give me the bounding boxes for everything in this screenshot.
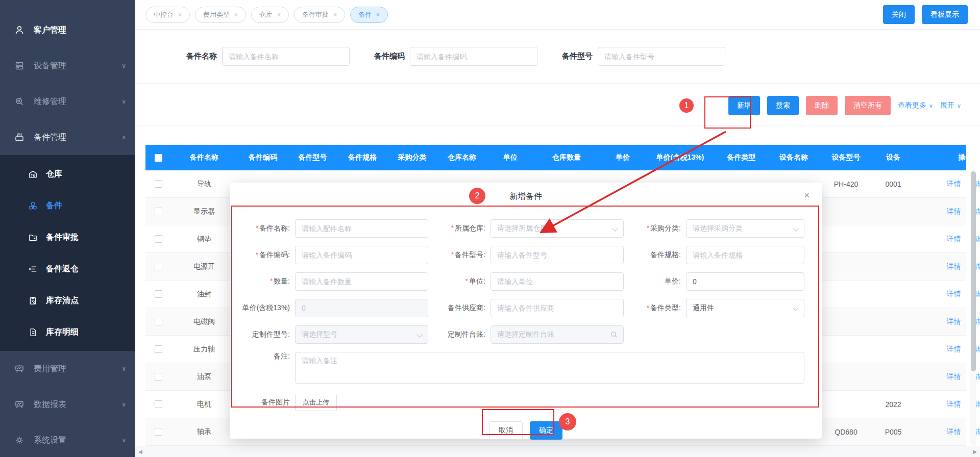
price-input[interactable] bbox=[686, 272, 804, 291]
field-label: 定制件台账: bbox=[435, 330, 491, 339]
close-page-button[interactable]: 关闭 bbox=[883, 5, 915, 24]
view-more-link[interactable]: 查看更多 ∨ bbox=[898, 101, 933, 110]
tab-expense-type[interactable]: 费用类型 × bbox=[195, 7, 246, 23]
sidebar-item-parts-return[interactable]: 备件返仓 bbox=[0, 253, 135, 285]
tab-parts-approval[interactable]: 备件审批 × bbox=[294, 7, 345, 23]
detail-link[interactable]: 详情 bbox=[947, 345, 961, 354]
part-code-input[interactable] bbox=[295, 246, 428, 264]
col-device-name: 设备名称 bbox=[768, 145, 819, 170]
detail-link[interactable]: 详情 bbox=[947, 427, 961, 437]
sidebar-item-parts-approval[interactable]: 备件审批 bbox=[0, 221, 135, 253]
col-part-code: 备件编码 bbox=[237, 145, 288, 170]
sidebar-item-expense[interactable]: 费用管理 ∨ bbox=[0, 351, 135, 387]
dialog-title: 新增备件 bbox=[230, 183, 822, 202]
part-model-input[interactable] bbox=[491, 246, 624, 264]
sidebar-item-bi[interactable]: 智能BI bbox=[0, 0, 135, 12]
col-price: 单价 bbox=[600, 145, 646, 170]
sidebar-item-settings[interactable]: 系统设置 ∨ bbox=[0, 422, 135, 457]
search-button[interactable]: 搜索 bbox=[767, 96, 799, 115]
detail-link[interactable]: 详情 bbox=[947, 317, 961, 326]
table-header: 备件名称 备件编码 备件型号 备件规格 采购分类 仓库名称 单位 仓库数量 单价… bbox=[145, 145, 966, 170]
part-type-select[interactable]: 通用件 bbox=[686, 299, 804, 317]
scroll-left-arrow[interactable]: ◀ bbox=[138, 449, 142, 454]
col-price-tax: 单价(含税13%) bbox=[646, 145, 715, 170]
detail-link[interactable]: 详情 bbox=[947, 180, 961, 189]
add-button[interactable]: 新增 bbox=[728, 96, 760, 115]
part-name-input[interactable] bbox=[295, 219, 428, 238]
field-label: *采购分类: bbox=[631, 224, 686, 233]
row-checkbox[interactable] bbox=[155, 400, 162, 408]
tab-parts[interactable]: 备件 × bbox=[350, 7, 388, 23]
close-icon[interactable]: × bbox=[178, 11, 182, 18]
sidebar-item-customers[interactable]: 客户管理 bbox=[0, 12, 135, 48]
row-checkbox[interactable] bbox=[155, 318, 162, 325]
quantity-input[interactable] bbox=[295, 272, 428, 291]
delete-button[interactable]: 删除 bbox=[806, 96, 838, 115]
detail-link[interactable]: 详情 bbox=[947, 400, 961, 409]
supplier-input[interactable] bbox=[491, 299, 624, 317]
sidebar-item-label: 仓库 bbox=[46, 169, 62, 180]
board-display-button[interactable]: 看板展示 bbox=[922, 5, 968, 24]
field-label: 备件供应商: bbox=[435, 303, 491, 313]
row-checkbox[interactable] bbox=[155, 235, 162, 243]
detail-link[interactable]: 详情 bbox=[947, 372, 961, 382]
confirm-button[interactable]: 确定 bbox=[530, 421, 562, 440]
purchase-type-select[interactable]: 请选择采购分类 bbox=[686, 219, 804, 238]
close-icon[interactable]: × bbox=[234, 11, 238, 18]
select-all-checkbox[interactable] bbox=[155, 154, 162, 162]
row-checkbox[interactable] bbox=[155, 180, 162, 188]
close-icon[interactable]: × bbox=[804, 190, 810, 201]
close-icon[interactable]: × bbox=[277, 11, 281, 18]
tab-bar: 中控台 × 费用类型 × 仓库 × 备件审批 × 备件 × 关闭 看板展示 bbox=[135, 0, 980, 30]
part-spec-input[interactable] bbox=[686, 246, 804, 264]
cancel-button[interactable]: 取消 bbox=[489, 421, 523, 440]
sidebar-item-warehouse[interactable]: 仓库 bbox=[0, 158, 135, 190]
sidebar-item-parts-management[interactable]: 备件管理 ∧ bbox=[0, 119, 135, 155]
row-checkbox[interactable] bbox=[155, 263, 162, 270]
vertical-scrollbar[interactable] bbox=[970, 170, 976, 446]
sidebar-item-stock-detail[interactable]: 库存明细 bbox=[0, 316, 135, 348]
warehouse-select[interactable]: 请选择所属仓库 bbox=[491, 219, 624, 238]
tab-warehouse[interactable]: 仓库 × bbox=[251, 7, 289, 23]
detail-link[interactable]: 详情 bbox=[947, 207, 961, 216]
col-part-name: 备件名称 bbox=[171, 145, 237, 170]
vertical-scrollbar-thumb[interactable] bbox=[971, 171, 976, 371]
sidebar-item-devices[interactable]: 设备管理 ∨ bbox=[0, 48, 135, 84]
row-checkbox[interactable] bbox=[155, 428, 162, 436]
filter-model-input[interactable] bbox=[598, 47, 725, 66]
chevron-down-icon: ∨ bbox=[929, 103, 933, 109]
row-checkbox[interactable] bbox=[155, 208, 162, 215]
row-checkbox[interactable] bbox=[155, 373, 162, 380]
document-icon bbox=[28, 327, 38, 337]
horizontal-scrollbar[interactable]: ◀ ▶ bbox=[135, 446, 980, 457]
filter-name-input[interactable] bbox=[222, 47, 350, 66]
upload-button[interactable]: 点击上传 bbox=[295, 394, 337, 411]
chevron-up-icon: ∧ bbox=[121, 134, 126, 141]
filter-code-input[interactable] bbox=[410, 47, 537, 66]
unit-input[interactable] bbox=[491, 272, 624, 291]
sidebar-item-repair[interactable]: 维修管理 ∨ bbox=[0, 84, 135, 119]
detail-link[interactable]: 详情 bbox=[947, 235, 961, 244]
field-label: 单价(含税13%) bbox=[240, 303, 295, 313]
close-icon[interactable]: × bbox=[376, 11, 380, 18]
field-label: *备件类型: bbox=[631, 303, 686, 313]
close-icon[interactable]: × bbox=[333, 11, 337, 18]
tab-console[interactable]: 中控台 × bbox=[145, 7, 190, 23]
row-checkbox[interactable] bbox=[155, 290, 162, 298]
presentation-icon bbox=[14, 399, 24, 410]
scroll-right-arrow[interactable]: ▶ bbox=[973, 449, 977, 454]
sidebar-item-parts[interactable]: 备件 bbox=[0, 190, 135, 221]
gear-icon bbox=[14, 435, 24, 445]
remark-textarea[interactable] bbox=[295, 352, 804, 384]
clear-all-button[interactable]: 清空所有 bbox=[845, 96, 891, 115]
detail-link[interactable]: 详情 bbox=[947, 290, 961, 299]
row-checkbox[interactable] bbox=[155, 345, 162, 353]
expand-link[interactable]: 展开 ∨ bbox=[940, 101, 961, 110]
sidebar-item-stock-count[interactable]: 库存清点 bbox=[0, 285, 135, 316]
sidebar-item-reports[interactable]: 数据报表 ∨ bbox=[0, 387, 135, 422]
detail-link[interactable]: 详情 bbox=[947, 262, 961, 271]
field-label: *备件编码: bbox=[240, 250, 295, 260]
col-warehouse-name: 仓库名称 bbox=[436, 145, 487, 170]
col-part-spec: 备件规格 bbox=[337, 145, 388, 170]
repair-icon bbox=[14, 96, 24, 107]
